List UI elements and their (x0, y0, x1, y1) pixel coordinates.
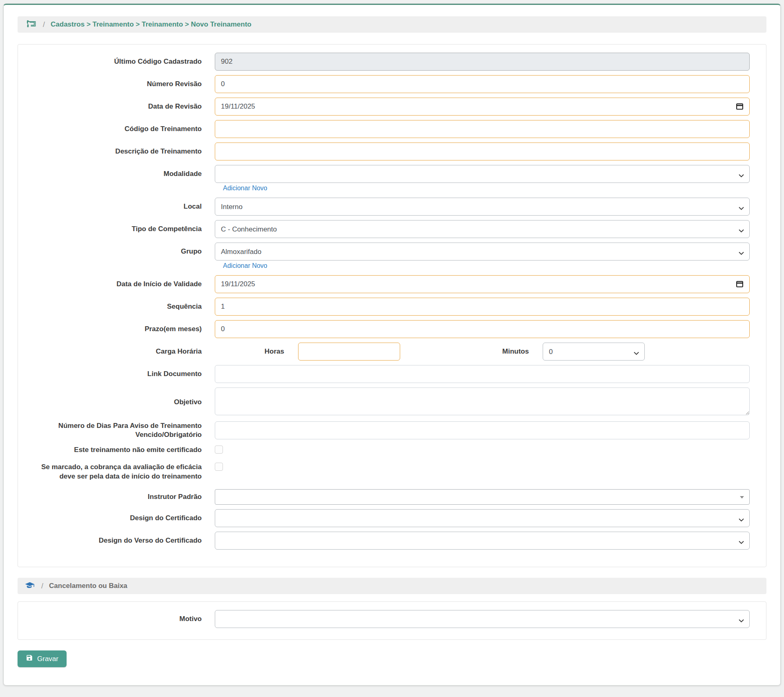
dropdown-arrow-icon (740, 496, 744, 499)
cancelamento-section-title: Cancelamento ou Baixa (49, 582, 127, 590)
save-icon (26, 654, 33, 664)
tipo-competencia-select[interactable]: C - Conhecimento (215, 220, 750, 238)
prazo-label: Prazo(em meses) (26, 325, 202, 334)
codigo-treinamento-field[interactable] (215, 120, 750, 138)
field-row-design-certificado: Design do Certificado (26, 509, 750, 527)
grupo-add-new-link[interactable]: Adicionar Novo (223, 262, 267, 269)
calendar-icon[interactable] (735, 280, 744, 288)
codigo-treinamento-label: Código de Treinamento (26, 125, 202, 134)
calendar-icon[interactable] (735, 102, 744, 111)
field-row-link-documento: Link Documento (26, 365, 750, 383)
field-row-sequencia: Sequência (26, 298, 750, 316)
horas-label: Horas (215, 347, 284, 356)
field-row-descricao-treinamento: Descrição de Treinamento (26, 143, 750, 160)
cancelamento-section-bar: / Cancelamento ou Baixa (18, 578, 766, 594)
modalidade-label: Modalidade (26, 169, 202, 178)
field-row-grupo: Grupo Almoxarifado (26, 243, 750, 261)
instrutor-padrao-label: Instrutor Padrão (26, 492, 202, 501)
sequencia-label: Sequência (26, 302, 202, 311)
prazo-field[interactable] (215, 320, 750, 338)
ultimo-codigo-field (215, 53, 750, 71)
tipo-competencia-label: Tipo de Competência (26, 225, 202, 234)
main-card: / Cadastros > Treinamento > Treinamento … (3, 4, 781, 686)
field-row-numero-dias: Número de Dias Para Aviso de Treinamento… (26, 421, 750, 440)
descricao-treinamento-field[interactable] (215, 143, 750, 160)
motivo-select[interactable] (215, 610, 750, 628)
design-certificado-label: Design do Certificado (26, 514, 202, 523)
breadcrumb-bar: / Cadastros > Treinamento > Treinamento … (18, 16, 766, 33)
modalidade-select[interactable] (215, 165, 750, 183)
save-button[interactable]: Gravar (18, 650, 67, 667)
modalidade-add-new-link[interactable]: Adicionar Novo (223, 185, 267, 192)
field-row-cobranca-eficacia: Se marcado, a cobrança da avaliação de e… (26, 463, 750, 481)
data-inicio-validade-field[interactable] (215, 275, 750, 293)
cobranca-eficacia-checkbox[interactable] (215, 463, 223, 471)
motivo-label: Motivo (26, 615, 202, 624)
field-row-numero-revisao: Número Revisão (26, 75, 750, 93)
link-documento-label: Link Documento (26, 370, 202, 379)
data-inicio-validade-label: Data de Início de Validade (26, 280, 202, 289)
grupo-label: Grupo (26, 247, 202, 256)
horas-field[interactable] (298, 343, 400, 361)
field-row-nao-emite-certificado: Este treinamento não emite certificado (26, 445, 750, 454)
minutos-label: Minutos (502, 347, 529, 356)
graduation-cap-icon (25, 581, 35, 591)
field-row-local: Local Interno (26, 198, 750, 216)
local-select[interactable]: Interno (215, 198, 750, 216)
field-row-motivo: Motivo (26, 610, 750, 628)
ultimo-codigo-label: Último Código Cadastrado (26, 57, 202, 66)
modalidade-add-row: Adicionar Novo (223, 185, 750, 192)
section-separator: / (41, 582, 43, 590)
objetivo-label: Objetivo (26, 398, 202, 407)
field-row-objetivo: Objetivo (26, 387, 750, 417)
grupo-select[interactable]: Almoxarifado (215, 243, 750, 261)
field-row-ultimo-codigo: Último Código Cadastrado (26, 53, 750, 71)
descricao-treinamento-label: Descrição de Treinamento (26, 147, 202, 156)
numero-revisao-label: Número Revisão (26, 80, 202, 89)
training-form-panel: Último Código Cadastrado Número Revisão … (18, 44, 766, 567)
field-row-prazo: Prazo(em meses) (26, 320, 750, 338)
field-row-carga-horaria: Carga Horária Horas Minutos 0 (26, 343, 750, 361)
field-row-instrutor-padrao: Instrutor Padrão (26, 489, 750, 505)
design-verso-label: Design do Verso do Certificado (26, 536, 202, 545)
link-documento-field[interactable] (215, 365, 750, 383)
field-row-data-revisao: Data de Revisão (26, 98, 750, 116)
sequencia-field[interactable] (215, 298, 750, 316)
nao-emite-certificado-label: Este treinamento não emite certificado (26, 445, 202, 454)
data-revisao-field[interactable] (215, 98, 750, 116)
field-row-data-inicio-validade: Data de Início de Validade (26, 275, 750, 293)
grupo-add-row: Adicionar Novo (223, 262, 750, 269)
breadcrumb: Cadastros > Treinamento > Treinamento > … (51, 20, 252, 29)
design-verso-select[interactable] (215, 532, 750, 550)
numero-revisao-field[interactable] (215, 75, 750, 93)
local-label: Local (26, 202, 202, 211)
field-row-codigo-treinamento: Código de Treinamento (26, 120, 750, 138)
objetivo-textarea[interactable] (215, 387, 750, 415)
chalkboard-teacher-icon (25, 19, 36, 30)
field-row-design-verso: Design do Verso do Certificado (26, 532, 750, 550)
design-certificado-select[interactable] (215, 509, 750, 527)
numero-dias-field[interactable] (215, 421, 750, 439)
instrutor-padrao-select[interactable] (215, 489, 750, 505)
save-button-label: Gravar (37, 655, 58, 663)
data-revisao-label: Data de Revisão (26, 102, 202, 111)
breadcrumb-separator: / (43, 20, 45, 29)
field-row-modalidade: Modalidade (26, 165, 750, 183)
nao-emite-certificado-checkbox[interactable] (215, 445, 223, 454)
numero-dias-label: Número de Dias Para Aviso de Treinamento… (26, 421, 202, 440)
cobranca-eficacia-label: Se marcado, a cobrança da avaliação de e… (26, 463, 202, 481)
carga-horaria-label: Carga Horária (26, 347, 202, 356)
motivo-panel: Motivo (18, 601, 766, 640)
minutos-select[interactable]: 0 (543, 343, 645, 361)
field-row-tipo-competencia: Tipo de Competência C - Conhecimento (26, 220, 750, 238)
